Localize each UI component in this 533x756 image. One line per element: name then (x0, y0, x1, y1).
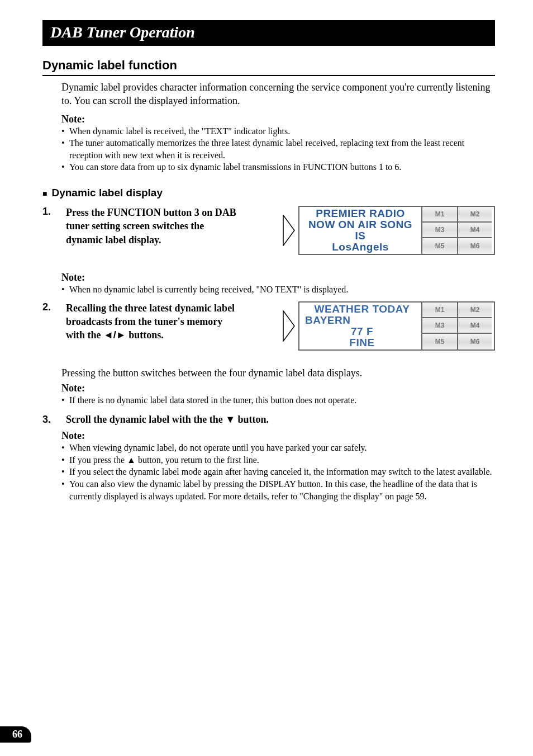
note-label: Note: (61, 382, 495, 394)
memory-button-m6[interactable]: M6 (457, 238, 492, 254)
square-bullet-icon: ■ (42, 189, 47, 198)
note-label: Note: (61, 114, 495, 125)
step-1-text: Press the FUNCTION button 3 on DAB tuner… (66, 206, 239, 247)
step-2-row: 2. Recalling the three latest dynamic la… (42, 301, 495, 351)
memory-button-m3[interactable]: M3 (422, 318, 457, 334)
memory-button-m1[interactable]: M1 (422, 207, 457, 223)
left-right-arrows-icon: ◄/► (103, 329, 126, 341)
after-step2-block: Pressing the button switches between the… (61, 367, 495, 407)
memory-button-m3[interactable]: M3 (422, 223, 457, 238)
intro-paragraph: Dynamic label provides character informa… (61, 81, 495, 108)
lcd-text-area: PREMIER RADIO NOW ON AIR SONG IS LosAnge… (299, 207, 422, 254)
chapter-title-bar: DAB Tuner Operation (42, 20, 495, 46)
lcd-text-area: WEATHER TODAY BAYERN 77 F FINE (299, 303, 422, 349)
page-content: DAB Tuner Operation Dynamic label functi… (0, 0, 533, 519)
page-number: 66 (0, 726, 31, 743)
step-number: 3. (42, 414, 56, 426)
note-block-4: Note: When viewing dynamic label, do not… (61, 430, 495, 502)
step-3-text-pre: Scroll the dynamic label with the the (66, 414, 225, 425)
memory-button-m4[interactable]: M4 (457, 223, 492, 238)
note-block-2: Note: When no dynamic label is currently… (61, 272, 495, 296)
note-item: The tuner automatically memorizes the th… (61, 137, 495, 161)
memory-button-m4[interactable]: M4 (457, 318, 492, 334)
note-list-1: When dynamic label is received, the "TEX… (61, 125, 495, 173)
note-label: Note: (61, 272, 495, 284)
section-heading: Dynamic label function (42, 58, 495, 76)
svg-marker-1 (283, 311, 294, 341)
lcd-line: WEATHER TODAY (315, 304, 410, 315)
note-list-3: If there is no dynamic label data stored… (61, 394, 495, 407)
memory-button-m5[interactable]: M5 (422, 334, 457, 349)
step-3-row: 3. Scroll the dynamic label with the the… (42, 414, 495, 426)
memory-button-m1[interactable]: M1 (422, 303, 457, 318)
lcd-screen-2: WEATHER TODAY BAYERN 77 F FINE M1 M2 M3 … (298, 301, 495, 351)
note-item: You can also view the dynamic label by p… (61, 478, 495, 502)
note-item: When no dynamic label is currently being… (61, 284, 495, 296)
sub-heading: ■Dynamic label display (42, 187, 495, 199)
step-1-row: 1. Press the FUNCTION button 3 on DAB tu… (42, 206, 495, 255)
note-list-2: When no dynamic label is currently being… (61, 284, 495, 296)
play-triangle-icon (283, 215, 295, 246)
note-item: When dynamic label is received, the "TEX… (61, 125, 495, 138)
memory-buttons-grid: M1 M2 M3 M4 M5 M6 (422, 207, 494, 254)
lcd-line: BAYERN (305, 315, 351, 326)
lcd-line: PREMIER RADIO (316, 208, 405, 219)
note-list-4: When viewing dynamic label, do not opera… (61, 442, 495, 502)
body-paragraph: Pressing the button switches between the… (61, 367, 495, 379)
lcd-screen-1: PREMIER RADIO NOW ON AIR SONG IS LosAnge… (298, 206, 495, 255)
screenshot-2: WEATHER TODAY BAYERN 77 F FINE M1 M2 M3 … (283, 301, 495, 351)
play-triangle-icon (283, 310, 295, 342)
screenshot-1: PREMIER RADIO NOW ON AIR SONG IS LosAnge… (283, 206, 495, 255)
sub-heading-text: Dynamic label display (51, 187, 163, 199)
down-arrow-icon: ▼ (225, 414, 235, 425)
memory-button-m5[interactable]: M5 (422, 238, 457, 254)
note-label: Note: (61, 430, 495, 442)
note-item: You can store data from up to six dynami… (61, 161, 495, 173)
step-2-text-post: buttons. (126, 329, 164, 341)
note-item: When viewing dynamic label, do not opera… (61, 442, 495, 454)
step-number: 1. (42, 206, 56, 218)
lcd-line: IS (355, 230, 366, 242)
svg-marker-0 (283, 215, 294, 245)
note-item: If there is no dynamic label data stored… (61, 394, 495, 407)
lcd-line: FINE (349, 337, 374, 348)
note-item: If you select the dynamic label mode aga… (61, 466, 495, 478)
note-block-1: Note: When dynamic label is received, th… (42, 114, 495, 173)
memory-buttons-grid: M1 M2 M3 M4 M5 M6 (422, 303, 494, 349)
lcd-line: NOW ON AIR SONG (308, 219, 412, 230)
lcd-line: LosAngels (332, 242, 389, 253)
memory-button-m2[interactable]: M2 (457, 303, 492, 318)
step-3-text-post: button. (235, 414, 269, 425)
step-number: 2. (42, 301, 56, 313)
step-3-text: Scroll the dynamic label with the the ▼ … (66, 414, 269, 426)
note-item: If you press the ▲ button, you return to… (61, 454, 495, 466)
lcd-line: 77 F (351, 326, 373, 337)
memory-button-m2[interactable]: M2 (457, 207, 492, 223)
memory-button-m6[interactable]: M6 (457, 334, 492, 349)
step-2-text: Recalling the three latest dynamic label… (66, 301, 239, 342)
